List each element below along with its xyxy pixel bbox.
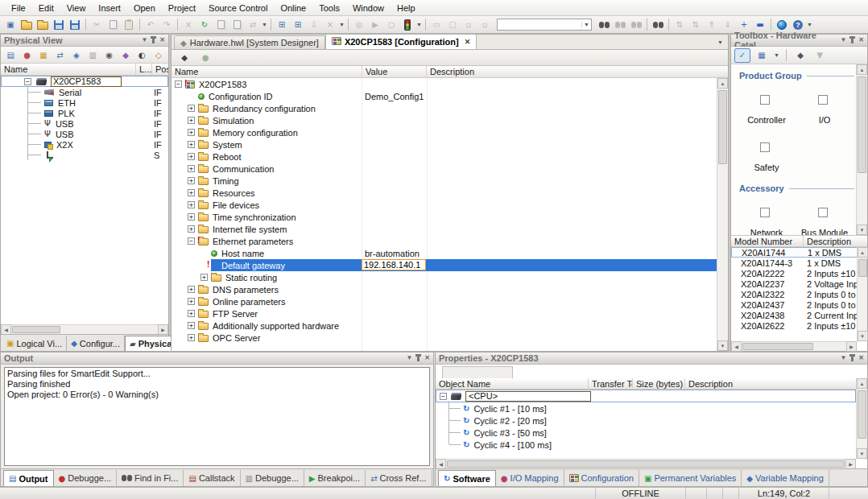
tree-row-cpu[interactable]: −<CPU>	[436, 390, 856, 402]
pv-compare-button[interactable]: ◈	[70, 47, 83, 62]
close-icon[interactable]: ✕	[424, 355, 430, 361]
close-icon[interactable]: ✕	[858, 37, 864, 43]
expand-expander-icon[interactable]: +	[188, 177, 195, 184]
menu-file[interactable]: File	[5, 2, 32, 14]
scroll-down-icon[interactable]: ▼	[717, 340, 728, 351]
table-row[interactable]: X20AI22222 Inputs ±10 V,	[731, 268, 867, 278]
value-editbox[interactable]: 192.168.140.1	[362, 259, 426, 270]
checkbox-i-o[interactable]	[818, 95, 828, 105]
save-button[interactable]	[51, 18, 67, 32]
scroll-thumb[interactable]	[718, 90, 727, 164]
delete-button[interactable]: ×	[180, 18, 196, 32]
expand-expander-icon[interactable]: +	[188, 105, 195, 112]
table-row[interactable]: X20AI1744-31 x DMS	[731, 258, 867, 268]
info-button[interactable]: ●	[197, 51, 213, 65]
value-cell[interactable]: Demo_Config1	[365, 90, 424, 102]
tree-row[interactable]: ↻Cyclic #3 - [50 ms]	[436, 427, 856, 439]
menu-insert[interactable]: Insert	[92, 2, 127, 14]
tree-row[interactable]: +Internet file system	[172, 223, 728, 235]
expand-expander-icon[interactable]: +	[188, 201, 195, 208]
tree-row[interactable]: +Simulation	[172, 114, 728, 126]
undo-button[interactable]: ↶	[143, 18, 159, 32]
chevron-down-icon[interactable]: ▼	[840, 355, 846, 361]
configuration-vscrollbar[interactable]: ▲ ▼	[717, 78, 728, 351]
cut-button[interactable]: ✂	[89, 18, 105, 32]
product-item-safety[interactable]: Safety	[738, 133, 796, 172]
tree-row[interactable]: +DNS parameters	[172, 283, 728, 295]
tree-row[interactable]: +Memory configuration	[172, 126, 728, 138]
close-icon[interactable]: ✕	[858, 355, 864, 361]
scroll-thumb[interactable]	[742, 343, 813, 350]
column-description[interactable]: Description	[804, 236, 867, 246]
rebuild-button[interactable]: ⊞	[290, 18, 306, 32]
collapse-expander-icon[interactable]: −	[175, 80, 182, 88]
tree-row[interactable]: +Additionally supported hardware	[172, 320, 728, 332]
pv-export-button[interactable]: ▤	[4, 47, 17, 62]
scroll-thumb[interactable]	[858, 76, 866, 173]
scroll-up-icon[interactable]: ▲	[858, 247, 868, 258]
transfer-button[interactable]: ⇄	[245, 18, 261, 32]
find-next-button[interactable]	[612, 18, 628, 32]
menu-source-control[interactable]: Source Control	[202, 2, 274, 14]
column-description[interactable]: Description	[685, 378, 856, 389]
save-all-button[interactable]	[67, 18, 83, 32]
close-icon[interactable]: ✕	[159, 37, 165, 43]
menu-view[interactable]: View	[60, 2, 93, 14]
pin-icon[interactable]	[851, 356, 854, 361]
scroll-right-icon[interactable]: ▶	[845, 459, 856, 468]
pv-brush-button[interactable]: ◆	[119, 47, 132, 62]
tree-row[interactable]: ΨUSBIF	[1, 118, 168, 129]
redo-button[interactable]: ↷	[159, 18, 175, 32]
menu-tools[interactable]: Tools	[312, 2, 346, 14]
tree-row[interactable]: Configuration IDDemo_Config1	[172, 90, 728, 102]
close-tab-icon[interactable]: ✕	[465, 38, 471, 46]
monitor-button[interactable]: ◎	[351, 18, 367, 32]
web-help-button[interactable]	[774, 18, 790, 32]
column-description[interactable]: Description	[427, 66, 728, 77]
scroll-up-icon[interactable]: ▲	[857, 64, 867, 75]
scroll-thumb[interactable]	[447, 460, 845, 468]
transfer-to-target-button[interactable]: ⇩	[306, 18, 322, 32]
catalog-vscrollbar[interactable]: ▲ ▼	[857, 247, 867, 341]
tree-row[interactable]: +FTP Server	[172, 307, 728, 320]
pin-icon[interactable]	[851, 38, 854, 43]
tree-row[interactable]: ↻Cyclic #2 - [20 ms]	[436, 414, 856, 427]
menu-project[interactable]: Project	[162, 2, 202, 14]
sort-insert-button[interactable]: ⇅	[672, 18, 688, 32]
safety-release-button[interactable]	[399, 18, 415, 32]
table-row[interactable]: X20AI26222 Inputs ±10 V /	[731, 320, 867, 331]
bottom-tab-software[interactable]: ↻Software	[438, 470, 496, 486]
table-row[interactable]: X20AI23222 Inputs 0 to 20	[731, 289, 867, 299]
collapse-expander-icon[interactable]: −	[24, 78, 31, 85]
scroll-thumb[interactable]	[12, 326, 60, 333]
properties-hscrollbar[interactable]: ◀ ▶	[436, 459, 856, 468]
build-dropdown[interactable]: ▼	[338, 22, 345, 27]
tab-list-dropdown-icon[interactable]: ▼	[717, 39, 723, 45]
new-project-button[interactable]: ▣	[2, 18, 19, 32]
expand-expander-icon[interactable]: +	[188, 165, 195, 172]
module-details-button[interactable]: ◆	[792, 48, 808, 63]
menu-online[interactable]: Online	[274, 2, 312, 14]
pin-icon[interactable]	[417, 356, 420, 361]
bottom-tab-breakpoi-[interactable]: ▶Breakpoi...	[304, 470, 366, 486]
cpu-name-editbox[interactable]: <CPU>	[465, 391, 591, 402]
chevron-down-icon[interactable]: ▼	[581, 22, 591, 27]
tab-hardware-hwl[interactable]: ◆ Hardware.hwl [System Designer]	[174, 35, 325, 49]
node-name-editbox[interactable]: X20CP1583	[51, 76, 122, 87]
scroll-left-icon[interactable]: ◀	[436, 459, 446, 468]
rounded-tool-button[interactable]: ▢	[444, 18, 461, 32]
table-row[interactable]: X20AI24382 Current Inputs,	[731, 310, 867, 320]
tree-row[interactable]: +OPC Server	[172, 332, 728, 344]
collapse-expander-icon[interactable]: −	[440, 393, 447, 400]
pin-icon[interactable]	[152, 38, 155, 43]
properties-blank-tab[interactable]	[442, 366, 513, 378]
remove-filter-button[interactable]: ▼	[812, 48, 828, 63]
table-row[interactable]: X20AI17441 x DMS	[731, 247, 867, 258]
column-size-bytes[interactable]: Size (bytes)	[633, 378, 685, 389]
view-mode-button[interactable]: ▦	[754, 48, 770, 63]
tree-row[interactable]: S	[1, 150, 168, 160]
product-item-controller[interactable]: Controller	[738, 85, 796, 125]
paste-button[interactable]	[121, 18, 137, 32]
bottom-tab-configuration[interactable]: Configuration	[564, 470, 639, 486]
column-position[interactable]: Positi	[152, 64, 168, 75]
